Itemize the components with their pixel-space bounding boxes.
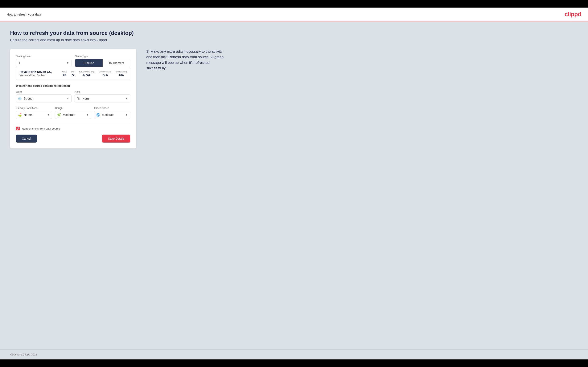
wind-select[interactable]: Strong <box>16 94 72 102</box>
rain-select[interactable]: None <box>75 94 130 102</box>
wind-section: Wind 💨 Strong ▼ <box>16 90 72 102</box>
divider <box>16 123 130 123</box>
starting-hole-wrapper: 1 ▼ <box>16 59 71 67</box>
header: How to refresh your data clippd <box>0 8 588 21</box>
practice-button[interactable]: Practice <box>75 59 103 67</box>
instruction-text: 3) Make any extra edits necessary to the… <box>146 49 226 71</box>
green-speed-select[interactable]: Moderate <box>94 111 130 119</box>
cancel-button[interactable]: Cancel <box>16 134 37 142</box>
green-speed-wrapper: 🌀 Moderate ▼ <box>94 111 130 119</box>
page-heading: How to refresh your data from source (de… <box>10 30 578 36</box>
save-button[interactable]: Save Details <box>102 134 130 142</box>
course-stats: Holes 18 Par 72 Yards/White (M)) 6,744 C… <box>62 71 127 77</box>
rain-section: Rain 🌤 None ▼ <box>75 90 130 102</box>
course-rating-stat: Course rating 72.5 <box>99 71 112 77</box>
content-row: Starting Hole 1 ▼ Game Type Practice Tou… <box>10 49 578 149</box>
conditions-row-2: Fairway Conditions ⛳ Normal ▼ Rough 🌿 <box>16 107 130 119</box>
game-type-label: Game Type <box>75 55 130 58</box>
wind-wrapper: 💨 Strong ▼ <box>16 94 72 102</box>
fairway-section: Fairway Conditions ⛳ Normal ▼ <box>16 107 52 119</box>
green-speed-label: Green Speed <box>94 107 130 110</box>
top-form-row: Starting Hole 1 ▼ Game Type Practice Tou… <box>16 55 130 67</box>
refresh-checkbox-row: Refresh shots from data source <box>16 127 130 130</box>
rain-wrapper: 🌤 None ▼ <box>75 94 130 102</box>
slope-rating-stat: Slope rating 134 <box>116 71 127 77</box>
refresh-checkbox-label: Refresh shots from data source <box>22 127 60 130</box>
rain-label: Rain <box>75 90 130 93</box>
course-info: Royal North Devon GC, Westward Ho!, Engl… <box>16 67 130 80</box>
course-rating-value: 72.5 <box>99 73 112 77</box>
weather-section-header: Weather and course conditions (optional) <box>16 84 130 87</box>
button-row: Cancel Save Details <box>16 134 130 142</box>
par-label: Par <box>71 71 75 73</box>
game-type-buttons: Practice Tournament <box>75 59 130 67</box>
rough-label: Rough <box>55 107 91 110</box>
par-stat: Par 72 <box>71 71 75 77</box>
footer: Copyright Clippd 2022 <box>0 349 588 359</box>
tournament-button[interactable]: Tournament <box>103 59 130 67</box>
yards-value: 6,744 <box>79 73 95 77</box>
holes-label: Holes <box>62 71 67 73</box>
page-subheading: Ensure the correct and most up to date d… <box>10 38 578 42</box>
refresh-checkbox[interactable] <box>16 127 20 130</box>
fairway-select[interactable]: Normal <box>16 111 52 119</box>
par-value: 72 <box>71 73 75 77</box>
logo: clippd <box>565 11 581 18</box>
conditions-row-1: Wind 💨 Strong ▼ Rain 🌤 None <box>16 90 130 102</box>
rough-wrapper: 🌿 Moderate ▼ <box>55 111 91 119</box>
fairway-wrapper: ⛳ Normal ▼ <box>16 111 52 119</box>
fairway-label: Fairway Conditions <box>16 107 52 110</box>
form-card: Starting Hole 1 ▼ Game Type Practice Tou… <box>10 49 136 149</box>
holes-value: 18 <box>62 73 67 77</box>
header-title: How to refresh your data <box>7 13 41 16</box>
rough-select[interactable]: Moderate <box>55 111 91 119</box>
yards-label: Yards/White (M)) <box>79 71 95 73</box>
course-details: Royal North Devon GC, Westward Ho!, Engl… <box>19 70 52 77</box>
main-content: How to refresh your data from source (de… <box>0 21 588 349</box>
bottom-bar <box>0 359 588 367</box>
rough-section: Rough 🌿 Moderate ▼ <box>55 107 91 119</box>
course-rating-label: Course rating <box>99 71 112 73</box>
holes-stat: Holes 18 <box>62 71 67 77</box>
green-speed-section: Green Speed 🌀 Moderate ▼ <box>94 107 130 119</box>
course-location: Westward Ho!, England <box>19 74 52 77</box>
top-bar <box>0 0 588 8</box>
copyright-text: Copyright Clippd 2022 <box>10 353 37 356</box>
slope-rating-value: 134 <box>116 73 127 77</box>
yards-stat: Yards/White (M)) 6,744 <box>79 71 95 77</box>
starting-hole-select[interactable]: 1 <box>16 59 71 67</box>
slope-rating-label: Slope rating <box>116 71 127 73</box>
starting-hole-section: Starting Hole 1 ▼ <box>16 55 71 67</box>
course-name: Royal North Devon GC, <box>19 70 52 74</box>
starting-hole-label: Starting Hole <box>16 55 71 58</box>
game-type-section: Game Type Practice Tournament <box>75 55 130 67</box>
wind-label: Wind <box>16 90 72 93</box>
